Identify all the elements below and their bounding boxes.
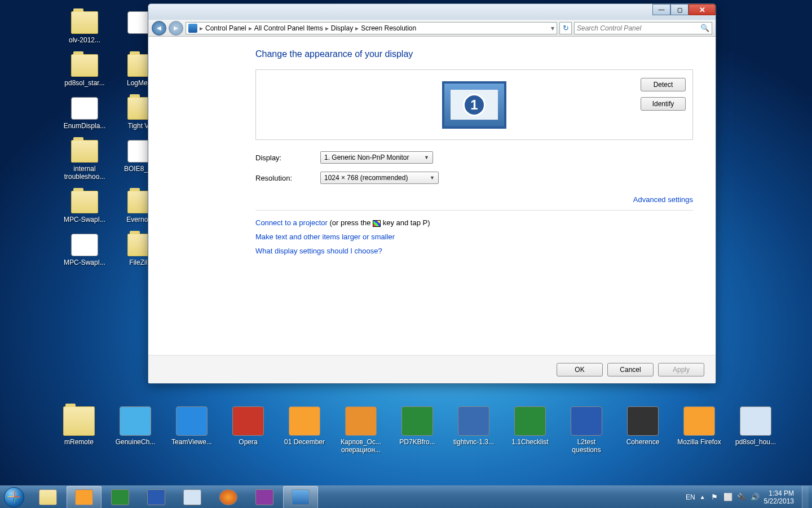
chevron-right-icon: ▸: [249, 24, 252, 32]
app-icon: [289, 406, 320, 436]
breadcrumb[interactable]: ▸ Control Panel ▸ All Control Panel Item…: [186, 22, 557, 34]
desktop-icon-label: mRemote: [56, 438, 102, 446]
crumb-display[interactable]: Display: [331, 24, 353, 32]
windows-key-icon: [373, 220, 381, 227]
desktop-icon[interactable]: 01 December: [282, 406, 327, 463]
desktop-icon-label: pd8sol_star...: [56, 79, 113, 87]
taskbar-outlook[interactable]: [67, 486, 102, 508]
crumb-screen-resolution[interactable]: Screen Resolution: [361, 24, 416, 32]
crumb-all-items[interactable]: All Control Panel Items: [254, 24, 323, 32]
tray-overflow-icon[interactable]: ▲: [700, 494, 705, 500]
desktop-icon-label: pd8sol_hou...: [733, 438, 778, 446]
desktop-icon[interactable]: MPC-SwapI...: [56, 234, 113, 266]
breadcrumb-dropdown-icon[interactable]: ▾: [551, 24, 554, 32]
desktop-icon[interactable]: Coherence: [620, 406, 665, 463]
desktop-icon[interactable]: olv-2012...: [56, 11, 113, 44]
desktop-icon[interactable]: pd8sol_hou...: [733, 406, 778, 463]
desktop-icon[interactable]: Карпов_Ос... операцион...: [338, 406, 383, 463]
taskbar-calculator[interactable]: [175, 486, 210, 508]
text-size-link[interactable]: Make text and other items larger or smal…: [255, 233, 395, 241]
back-button[interactable]: ◄: [152, 21, 166, 36]
desktop-icon-label: GenuineCh...: [113, 438, 158, 446]
control-panel-icon: [188, 24, 197, 33]
desktop-icon-label: olv-2012...: [56, 36, 113, 44]
resolution-dropdown[interactable]: 1024 × 768 (recommended) ▼: [320, 172, 439, 184]
app-icon: [345, 406, 377, 436]
desktop-icon-label: Opera: [226, 438, 271, 446]
desktop-icon-label: tightvnc-1.3...: [451, 438, 496, 446]
close-button[interactable]: [689, 4, 716, 15]
refresh-button[interactable]: ↻: [559, 22, 572, 34]
app-icon: [71, 97, 98, 120]
start-button[interactable]: [0, 486, 28, 509]
action-center-icon[interactable]: ⚑: [710, 493, 719, 502]
desktop-icon[interactable]: internal troubleshoo...: [56, 140, 113, 181]
clock[interactable]: 1:34 PM 5/22/2013: [764, 489, 797, 505]
desktop-icon[interactable]: L2test questions: [564, 406, 609, 463]
crumb-control-panel[interactable]: Control Panel: [205, 24, 246, 32]
desktop-icon[interactable]: GenuineCh...: [113, 406, 158, 463]
desktop-icon-label: 1.1Checklist: [508, 438, 553, 446]
chevron-right-icon: ▸: [200, 24, 203, 32]
display-dropdown[interactable]: 1. Generic Non-PnP Monitor ▼: [320, 151, 433, 164]
app-icon: [458, 406, 489, 436]
search-box[interactable]: 🔍: [574, 22, 712, 34]
desktop-icon-label: Карпов_Ос... операцион...: [338, 438, 383, 454]
divider: [255, 210, 693, 211]
taskbar-excel[interactable]: [103, 486, 138, 508]
volume-icon[interactable]: 🔊: [751, 493, 760, 502]
taskbar-items: [30, 486, 318, 508]
language-indicator[interactable]: EN: [686, 493, 695, 501]
search-input[interactable]: [577, 24, 700, 32]
monitor-number-badge: 1: [463, 94, 486, 116]
taskbar-firefox[interactable]: [211, 486, 246, 508]
desktop-icon[interactable]: Opera: [226, 406, 271, 463]
taskbar-word[interactable]: [139, 486, 174, 508]
app-icon: [627, 406, 659, 436]
cancel-button[interactable]: Cancel: [607, 363, 654, 376]
desktop-icon[interactable]: 1.1Checklist: [508, 406, 553, 463]
taskbar-explorer[interactable]: [30, 486, 65, 508]
address-bar-row: ◄ ► ▸ Control Panel ▸ All Control Panel …: [148, 20, 716, 37]
screen-resolution-window: ◄ ► ▸ Control Panel ▸ All Control Panel …: [148, 3, 716, 384]
resolution-value: 1024 × 768 (recommended): [324, 174, 408, 182]
maximize-button[interactable]: [670, 4, 689, 15]
desktop-icon-label: Mozilla Firefox: [677, 438, 722, 446]
monitor-thumbnail[interactable]: 1: [442, 81, 506, 129]
ok-button[interactable]: OK: [557, 363, 603, 376]
app-icon: [401, 406, 433, 436]
chevron-right-icon: ▸: [325, 24, 329, 32]
app-icon: [571, 406, 602, 436]
clock-date: 5/22/2013: [764, 497, 794, 505]
advanced-settings-link[interactable]: Advanced settings: [633, 195, 693, 204]
desktop-icon[interactable]: TeamViewe...: [169, 406, 214, 463]
projector-link[interactable]: Connect to a projector: [255, 218, 328, 227]
network-icon[interactable]: ⬜: [723, 493, 732, 502]
desktop-icon[interactable]: EnumDispla...: [56, 97, 113, 130]
app-icon: [232, 406, 264, 436]
minimize-button[interactable]: [652, 4, 670, 15]
desktop-icon-label: 01 December: [282, 438, 327, 446]
desktop-icon[interactable]: MPC-SwapI...: [56, 191, 113, 224]
desktop-icon-label: L2test questions: [564, 438, 609, 454]
titlebar[interactable]: [148, 4, 716, 20]
folder-icon: [71, 54, 98, 77]
desktop-icon[interactable]: tightvnc-1.3...: [451, 406, 496, 463]
desktop-icon-label: PD7KBfro...: [395, 438, 440, 446]
desktop-icon[interactable]: Mozilla Firefox: [677, 406, 722, 463]
desktop-icon[interactable]: pd8sol_star...: [56, 54, 113, 87]
app-icon: [514, 406, 546, 436]
forward-button[interactable]: ►: [169, 21, 183, 36]
taskbar-onenote[interactable]: [247, 486, 282, 508]
folder-icon: [71, 11, 98, 34]
identify-button[interactable]: Identify: [641, 97, 686, 111]
desktop-dock-row: mRemoteGenuineCh...TeamViewe...Opera01 D…: [56, 406, 789, 463]
desktop-icon[interactable]: PD7KBfro...: [395, 406, 440, 463]
detect-button[interactable]: Detect: [641, 78, 686, 91]
desktop-icon[interactable]: mRemote: [56, 406, 102, 463]
desktop-icon-label: Coherence: [620, 438, 665, 446]
help-link[interactable]: What display settings should I choose?: [255, 247, 382, 255]
taskbar-control-panel[interactable]: [283, 486, 318, 508]
power-icon[interactable]: 🔌: [737, 493, 746, 502]
show-desktop-button[interactable]: [802, 486, 809, 509]
